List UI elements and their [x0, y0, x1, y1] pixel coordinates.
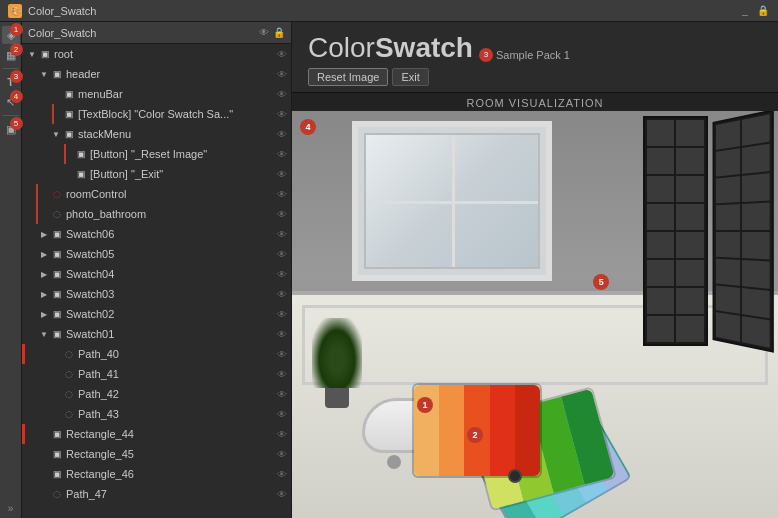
- tree-row-swatch02[interactable]: ▶ ▣ Swatch02 👁: [22, 304, 291, 324]
- tree-arrow-rect46: [38, 468, 50, 480]
- tree-row-path43[interactable]: ◌ Path_43 👁: [22, 404, 291, 424]
- main-layout: ◈ 1 ▦ 2 T 3 ↖ 4 ▣ 5 » Color_Swatch 👁: [0, 22, 778, 518]
- tree-row-swatch03[interactable]: ▶ ▣ Swatch03 👁: [22, 284, 291, 304]
- tree-eye-rect46: 👁: [277, 469, 287, 480]
- tree-row-rect44[interactable]: ▣ Rectangle_44 👁: [22, 424, 291, 444]
- tree-row-menubar[interactable]: ▣ menuBar 👁: [22, 84, 291, 104]
- toolbar-badge-5: 5: [10, 117, 23, 130]
- tree-eye-swatch04: 👁: [277, 269, 287, 280]
- tree-row-header[interactable]: ▼ ▣ header 👁: [22, 64, 291, 84]
- title-bar-controls: _ 🔒: [738, 4, 770, 18]
- toolbar-item-5[interactable]: ▣ 5: [2, 120, 20, 138]
- tree-label-textblock: [TextBlock] "Color Swatch Sa...": [78, 108, 277, 120]
- tree-label-path47: Path_47: [66, 488, 277, 500]
- tree-label-swatch04: Swatch04: [66, 268, 277, 280]
- toolbar-item-1[interactable]: ◈ 1: [2, 26, 20, 44]
- plant: [312, 318, 362, 408]
- tree-eye-path41: 👁: [277, 369, 287, 380]
- tree-arrow-stackmenu: ▼: [50, 128, 62, 140]
- exit-button[interactable]: Exit: [392, 68, 428, 86]
- tree-eye-path47: 👁: [277, 489, 287, 500]
- title-bar-label: Color_Swatch: [28, 5, 96, 17]
- tree-icon-exitbtn: ▣: [74, 167, 88, 181]
- tree-row-resetbtn[interactable]: ▣ [Button] "_Reset Image" 👁: [22, 144, 291, 164]
- tree-row-path47[interactable]: ◌ Path_47 👁: [22, 484, 291, 504]
- tree-row-exitbtn[interactable]: ▣ [Button] "_Exit" 👁: [22, 164, 291, 184]
- tree-label-swatch06: Swatch06: [66, 228, 277, 240]
- tree-row-path42[interactable]: ◌ Path_42 👁: [22, 384, 291, 404]
- tree-icon-resetbtn: ▣: [74, 147, 88, 161]
- toolbar-item-3[interactable]: T 3: [2, 73, 20, 91]
- tree-row-roomcontrol[interactable]: ◌ roomControl 👁: [22, 184, 291, 204]
- tree-eye-path42: 👁: [277, 389, 287, 400]
- tree-eye-exitbtn: 👁: [277, 169, 287, 180]
- toolbar-item-4[interactable]: ↖ 4: [2, 93, 20, 111]
- tree-row-rect45[interactable]: ▣ Rectangle_45 👁: [22, 444, 291, 464]
- tree-row-textblock[interactable]: ▣ [TextBlock] "Color Swatch Sa..." 👁: [22, 104, 291, 124]
- tree-label-roomcontrol: roomControl: [66, 188, 277, 200]
- tree-icon-stackmenu: ▣: [62, 127, 76, 141]
- tree-arrow-path40: [50, 348, 62, 360]
- tree-label-swatch03: Swatch03: [66, 288, 277, 300]
- tree-eye-rect44: 👁: [277, 429, 287, 440]
- minimize-btn[interactable]: _: [738, 4, 752, 18]
- plant-pot: [325, 388, 349, 408]
- tree-arrow-swatch03: ▶: [38, 288, 50, 300]
- tree-row-path41[interactable]: ◌ Path_41 👁: [22, 364, 291, 384]
- tree-row-swatch04[interactable]: ▶ ▣ Swatch04 👁: [22, 264, 291, 284]
- tree-row-swatch01[interactable]: ▼ ▣ Swatch01 👁: [22, 324, 291, 344]
- eye-icon[interactable]: 👁: [259, 27, 269, 38]
- tree-icon-path43: ◌: [62, 407, 76, 421]
- title-bar: 🎨 Color_Swatch _ 🔒: [0, 0, 778, 22]
- tree-icon-swatch02: ▣: [50, 307, 64, 321]
- toolbar-item-2[interactable]: ▦ 2: [2, 46, 20, 64]
- canvas-badge-2: 2: [467, 427, 483, 443]
- tree-label-resetbtn: [Button] "_Reset Image": [90, 148, 277, 160]
- tree-row-stackmenu[interactable]: ▼ ▣ stackMenu 👁: [22, 124, 291, 144]
- canvas-badge-4: 4: [300, 119, 316, 135]
- tree-row-root[interactable]: ▼ ▣ root 👁: [22, 44, 291, 64]
- tree-eye-root: 👁: [277, 49, 287, 60]
- title-badge-area: 3 Sample Pack 1: [479, 48, 570, 62]
- tree-panel-title: Color_Swatch: [28, 27, 96, 39]
- window-pane: [364, 133, 540, 269]
- tree-row-photo[interactable]: ◌ photo_bathroom 👁: [22, 204, 291, 224]
- swatch-fan[interactable]: 1 2: [412, 338, 632, 498]
- tree-arrow-rect44: [38, 428, 50, 440]
- tree-label-rect44: Rectangle_44: [66, 428, 277, 440]
- canvas-badge-5: 5: [593, 274, 609, 290]
- tree-row-rect46[interactable]: ▣ Rectangle_46 👁: [22, 464, 291, 484]
- expand-icon[interactable]: »: [8, 503, 14, 514]
- bathroom-scene: 1 2 4 5: [292, 111, 778, 518]
- room-vis-label: ROOM VISUALIZATION: [292, 93, 778, 111]
- lock-panel-icon[interactable]: 🔒: [273, 27, 285, 38]
- tree-label-path41: Path_41: [78, 368, 277, 380]
- tree-arrow-exitbtn: [62, 168, 74, 180]
- tree-eye-textblock: 👁: [277, 109, 287, 120]
- tree-icon-path40: ◌: [62, 347, 76, 361]
- tree-label-swatch05: Swatch05: [66, 248, 277, 260]
- tree-row-path40[interactable]: ◌ Path_40 👁: [22, 344, 291, 364]
- tree-icon-swatch03: ▣: [50, 287, 64, 301]
- tree-icon-photo: ◌: [50, 207, 64, 221]
- tree-eye-swatch06: 👁: [277, 229, 287, 240]
- tree-content: ▼ ▣ root 👁 ▼ ▣ header 👁 ▣ menuBar 👁: [22, 44, 291, 518]
- tree-eye-stackmenu: 👁: [277, 129, 287, 140]
- tree-row-swatch06[interactable]: ▶ ▣ Swatch06 👁: [22, 224, 291, 244]
- tree-row-swatch05[interactable]: ▶ ▣ Swatch05 👁: [22, 244, 291, 264]
- tree-arrow-photo: [38, 208, 50, 220]
- tree-icon-path47: ◌: [50, 487, 64, 501]
- toolbar-badge-2: 2: [10, 43, 23, 56]
- tree-eye-swatch03: 👁: [277, 289, 287, 300]
- reset-image-button[interactable]: Reset Image: [308, 68, 388, 86]
- tree-label-path40: Path_40: [78, 348, 277, 360]
- content-title-row: Color Swatch 3 Sample Pack 1: [308, 32, 762, 64]
- lock-icon[interactable]: 🔒: [756, 4, 770, 18]
- tree-arrow-path41: [50, 368, 62, 380]
- title-swatch-part: Swatch: [375, 32, 473, 64]
- tree-label-exitbtn: [Button] "_Exit": [90, 168, 277, 180]
- room-image-container[interactable]: 1 2 4 5: [292, 111, 778, 518]
- tree-label-menubar: menuBar: [78, 88, 277, 100]
- canvas-badge-1: 1: [417, 397, 433, 413]
- app-icon: 🎨: [8, 4, 22, 18]
